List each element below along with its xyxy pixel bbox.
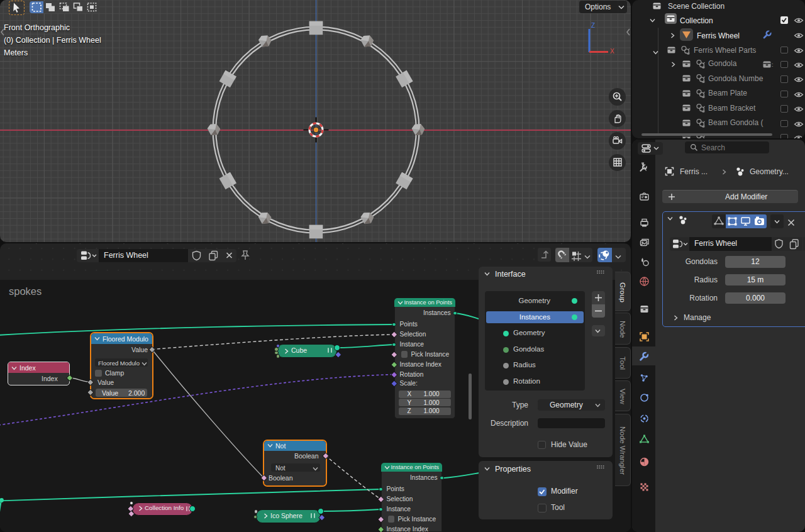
svg-text:X: X: [610, 48, 614, 55]
svg-text:Z: Z: [591, 22, 595, 29]
